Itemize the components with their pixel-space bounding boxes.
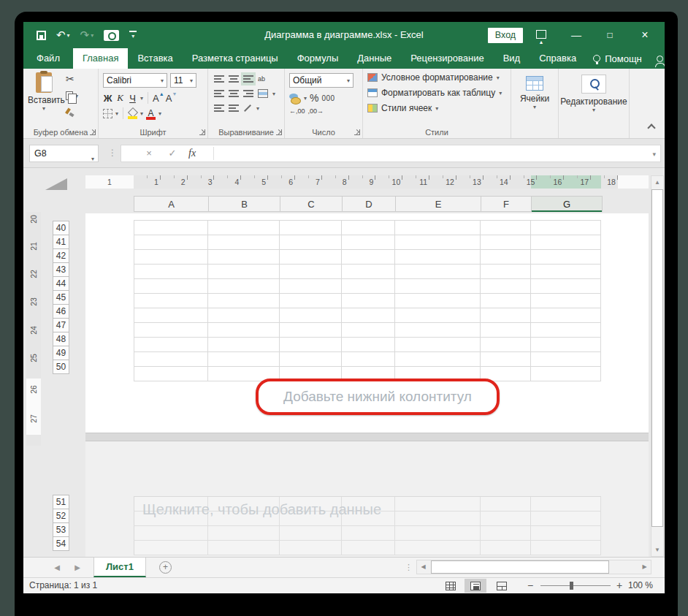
grid-cell[interactable] [134, 323, 208, 337]
grid-cell[interactable] [280, 294, 342, 308]
vertical-ruler[interactable]: 2021222324252627 [26, 212, 41, 446]
chevron-down-icon[interactable]: ▾ [28, 105, 60, 112]
name-box[interactable]: G8▾ [29, 145, 99, 162]
grid-cell[interactable] [208, 541, 280, 555]
chevron-down-icon[interactable]: ▾ [511, 104, 558, 110]
grid-cell[interactable] [280, 279, 342, 293]
row-header[interactable]: 45 [53, 290, 69, 305]
ribbon-tab[interactable]: Данные [348, 48, 401, 69]
horizontal-scrollbar[interactable]: ◀ ▶ [416, 560, 651, 574]
grid-cell[interactable] [342, 367, 395, 381]
grid-cell[interactable] [531, 541, 601, 555]
ribbon-tab[interactable]: Рецензирование [401, 48, 493, 69]
decrease-font-button[interactable]: А▼ [166, 93, 176, 104]
horizontal-scrollbar-thumb[interactable] [431, 560, 609, 574]
grid-cell[interactable] [134, 235, 208, 249]
comma-style-button[interactable]: 000 [321, 94, 335, 102]
minimize-button[interactable]: — [565, 22, 587, 48]
increase-font-button[interactable]: А▲ [153, 93, 163, 104]
accounting-format-icon[interactable] [289, 94, 301, 103]
grid-cell[interactable] [481, 352, 531, 366]
grid-cell[interactable] [531, 221, 601, 235]
grid-cell[interactable] [395, 235, 481, 249]
style-button[interactable]: Условное форматирование ▾ [363, 71, 511, 84]
grid-cell[interactable] [342, 323, 395, 337]
cells-group[interactable]: Ячейки ▾ [511, 69, 559, 138]
grid-cell[interactable] [395, 221, 481, 235]
grid-cell[interactable] [208, 265, 280, 278]
style-button[interactable]: Форматировать как таблицу ▾ [363, 86, 511, 99]
drag-handle-icon[interactable]: ⋮ [108, 148, 117, 158]
grid-cell[interactable] [280, 235, 342, 249]
grid-cell[interactable] [395, 352, 481, 366]
grid-cell[interactable] [481, 221, 531, 235]
wrap-text-button[interactable]: ab [258, 75, 265, 83]
close-button[interactable]: × [634, 22, 656, 48]
grid-cell[interactable] [342, 265, 395, 278]
align-middle-icon[interactable] [229, 75, 239, 83]
grid-cell[interactable] [134, 250, 208, 264]
grid-cell[interactable] [280, 250, 342, 264]
chart-data-placeholder[interactable]: Щелкните, чтобы добавить данные [142, 501, 381, 518]
cancel-entry-button[interactable]: × [140, 145, 158, 161]
align-right-icon[interactable] [243, 89, 253, 98]
grid-cell[interactable] [208, 235, 280, 249]
borders-icon[interactable] [103, 109, 112, 118]
grid-cell[interactable] [208, 221, 280, 235]
grid-cell[interactable] [481, 235, 531, 249]
row-header[interactable]: 53 [53, 522, 69, 537]
grid-cell[interactable] [342, 338, 395, 351]
format-painter-button[interactable] [66, 107, 78, 118]
horizontal-ruler[interactable]: 1 123456789101112131415161718 [85, 175, 649, 189]
fill-color-icon[interactable] [128, 109, 137, 118]
chevron-down-icon[interactable]: ▾ [497, 75, 500, 81]
grid-cell[interactable] [395, 250, 481, 264]
row-header[interactable]: 42 [53, 248, 69, 263]
chevron-down-icon[interactable]: ▾ [91, 151, 94, 167]
chevron-down-icon[interactable]: ▾ [158, 110, 161, 117]
column-header[interactable]: A [134, 197, 209, 212]
zoom-in-button[interactable]: + [616, 578, 622, 593]
font-size-select[interactable]: 11▾ [170, 73, 196, 88]
ribbon-tab[interactable]: Справка [530, 48, 586, 69]
grid-cell[interactable] [342, 352, 395, 366]
grid-cell[interactable] [481, 323, 531, 337]
grid-cell[interactable] [395, 512, 481, 525]
ribbon-display-options-button[interactable]: ▲ [530, 22, 552, 48]
zoom-slider-track[interactable] [540, 585, 611, 586]
grid-cell[interactable] [208, 367, 280, 381]
grid-cell[interactable] [280, 308, 342, 322]
italic-button[interactable]: К [115, 92, 125, 104]
chevron-down-icon[interactable]: ▾ [559, 107, 629, 113]
row-header[interactable]: 40 [53, 221, 69, 235]
tab-file[interactable]: Файл [23, 48, 73, 69]
grid-cell[interactable] [395, 308, 481, 322]
grid-cell[interactable] [481, 279, 531, 293]
increase-indent-icon[interactable] [229, 104, 239, 113]
grid-cell[interactable] [342, 279, 395, 293]
prev-sheet-icon[interactable]: ◀ [48, 558, 66, 578]
row-header[interactable]: 43 [53, 262, 69, 277]
page-break-view-button[interactable] [491, 579, 513, 593]
expand-formula-bar-button[interactable]: ▾ [652, 151, 656, 158]
copy-button[interactable]: ▾ [66, 90, 78, 102]
grid-cell[interactable] [531, 497, 601, 511]
cut-button[interactable]: ✂ [66, 73, 78, 85]
row-header[interactable]: 46 [53, 304, 69, 319]
zoom-out-button[interactable]: − [527, 578, 533, 593]
insert-function-button[interactable]: fx [188, 145, 196, 161]
chevron-down-icon[interactable]: ▾ [161, 77, 164, 84]
maximize-button[interactable]: □ [599, 22, 621, 48]
grid-cell[interactable] [481, 250, 531, 264]
grid-cell[interactable] [481, 308, 531, 322]
chevron-down-icon[interactable]: ▾ [140, 110, 143, 117]
next-sheet-icon[interactable]: ▶ [69, 558, 86, 578]
column-header[interactable]: E [396, 197, 481, 212]
editing-group[interactable]: Редактирование ▾ [559, 69, 630, 138]
grid-cell[interactable] [208, 338, 280, 351]
chevron-down-icon[interactable]: ▾ [499, 90, 502, 96]
grid-cell[interactable] [208, 279, 280, 293]
grid-cell[interactable] [531, 265, 601, 278]
chevron-down-icon[interactable]: ▾ [304, 95, 307, 102]
orientation-icon[interactable] [242, 102, 254, 115]
